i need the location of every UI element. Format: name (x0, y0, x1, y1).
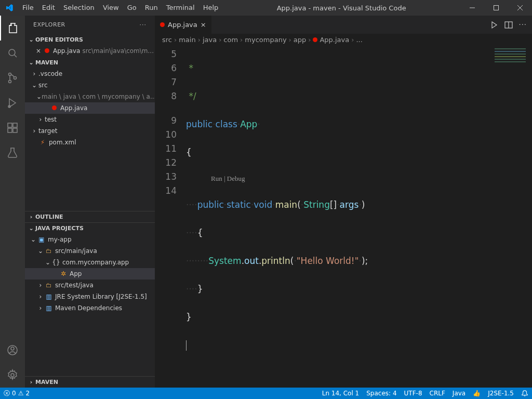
token: } (186, 312, 192, 322)
status-errors[interactable]: ⓧ0⚠2 (0, 388, 33, 399)
minimize-button[interactable] (460, 0, 484, 16)
crumb[interactable]: main (179, 36, 195, 44)
tree-folder[interactable]: ›test (25, 114, 155, 125)
jp-package[interactable]: ⌄{}com.mycompany.app (25, 257, 155, 268)
code-lines[interactable]: * */ public·class·App· { Run | Debug ···… (186, 45, 532, 388)
code-editor[interactable]: 567891011121314 * */ public·class·App· {… (155, 45, 532, 388)
file-path: src\main\java\com\m... (82, 47, 154, 55)
status-spaces[interactable]: Spaces: 4 (363, 388, 400, 399)
token: App (240, 119, 257, 129)
run-debug-icon[interactable] (0, 90, 25, 115)
menu-go[interactable]: Go (123, 0, 141, 16)
token: System (208, 256, 241, 266)
package-folder-icon: 🗀 (45, 247, 53, 255)
maven-section[interactable]: ›MAVEN (25, 376, 155, 388)
more-icon[interactable]: ··· (519, 21, 527, 29)
java-projects-section[interactable]: ⌄JAVA PROJECTS (25, 222, 155, 234)
menu-file[interactable]: File (18, 0, 38, 16)
error-icon (50, 104, 58, 112)
explorer-header: EXPLORER ··· (25, 16, 155, 34)
tree-file-app[interactable]: App.java (25, 102, 155, 114)
jp-maven-deps[interactable]: ›▥Maven Dependencies (25, 302, 155, 314)
accounts-icon[interactable] (0, 338, 25, 363)
crumb[interactable]: ... (356, 36, 362, 44)
crumb[interactable]: mycompany (245, 36, 286, 44)
tree-file-pom[interactable]: ⚡pom.xml (25, 137, 155, 148)
testing-icon[interactable] (0, 140, 25, 165)
svg-rect-1 (494, 6, 499, 10)
tab-app-java[interactable]: App.java × (155, 16, 212, 34)
menu-selection[interactable]: Selection (59, 0, 99, 16)
menu-run[interactable]: Run (141, 0, 162, 16)
status-eol[interactable]: CRLF (426, 388, 449, 399)
crumb[interactable]: src (162, 36, 172, 44)
project-section[interactable]: ⌄MAVEN (25, 57, 155, 68)
source-control-icon[interactable] (0, 65, 25, 90)
minimap[interactable] (495, 45, 526, 74)
jp-root[interactable]: ⌄▣my-app (25, 234, 155, 245)
settings-icon[interactable] (0, 363, 25, 388)
window-controls (460, 0, 532, 16)
run-icon[interactable] (490, 21, 498, 29)
svg-point-16 (11, 347, 14, 350)
menu-view[interactable]: View (99, 0, 123, 16)
crumb[interactable]: java (203, 36, 217, 44)
status-language[interactable]: Java (449, 388, 469, 399)
split-editor-icon[interactable] (504, 21, 513, 29)
section-label: OPEN EDITORS (35, 36, 83, 43)
status-encoding[interactable]: UTF-8 (401, 388, 426, 399)
menu-terminal[interactable]: Terminal (162, 0, 199, 16)
explorer-title: EXPLORER (33, 21, 65, 28)
token: public (186, 119, 212, 129)
tree-folder[interactable]: ›target (25, 125, 155, 137)
tree-folder[interactable]: ⌄src (25, 79, 155, 91)
tree-folder[interactable]: ›.vscode (25, 68, 155, 79)
open-editors-section[interactable]: ⌄OPEN EDITORS (25, 34, 155, 45)
outline-section[interactable]: ›OUTLINE (25, 211, 155, 222)
label: my-app (48, 236, 72, 243)
menu-edit[interactable]: Edit (38, 0, 59, 16)
label: src/test/java (55, 282, 94, 289)
jp-src-test[interactable]: ›🗀src/test/java (25, 280, 155, 291)
activity-bar (0, 16, 25, 388)
close-tab-icon[interactable]: × (201, 21, 206, 29)
maximize-button[interactable] (484, 0, 508, 16)
status-lncol[interactable]: Ln 14, Col 1 (318, 388, 363, 399)
menu-help[interactable]: Help (199, 0, 223, 16)
code-lens[interactable]: Run | Debug (186, 174, 532, 184)
jp-class-app[interactable]: ✲App (25, 268, 155, 280)
status-thumbs-up-icon[interactable]: 👍 (469, 388, 484, 399)
search-icon[interactable] (0, 41, 25, 65)
chevron-down-icon: ⌄ (27, 59, 35, 66)
svg-rect-11 (8, 128, 12, 132)
folder-label: test (45, 116, 57, 123)
tree-folder[interactable]: ⌄main \ java \ com \ mycompany \ a... (25, 91, 155, 102)
status-bell-icon[interactable] (517, 388, 532, 399)
token: } (197, 284, 203, 294)
warning-count-icon: ⚠ (18, 390, 24, 397)
svg-rect-13 (13, 123, 17, 127)
open-editor-item[interactable]: × App.java src\main\java\com\m... (25, 45, 155, 57)
chevron-right-icon: › (27, 214, 35, 220)
jp-jre[interactable]: ›▥JRE System Library [J2SE-1.5] (25, 291, 155, 302)
more-icon[interactable]: ··· (140, 21, 147, 28)
file-name: App.java (53, 47, 80, 55)
crumb[interactable]: app (294, 36, 306, 44)
close-button[interactable] (508, 0, 532, 16)
explorer-icon[interactable] (0, 16, 25, 41)
close-icon[interactable]: × (34, 47, 43, 55)
crumb[interactable]: com (223, 36, 238, 44)
library-icon: ▥ (45, 304, 53, 312)
chevron-right-icon: › (36, 304, 45, 312)
breadcrumbs[interactable]: src› main› java› com› mycompany› app› Ap… (155, 34, 532, 45)
svg-point-17 (11, 374, 14, 377)
status-jdk[interactable]: J2SE-1.5 (484, 388, 517, 399)
jp-src-main[interactable]: ⌄🗀src/main/java (25, 245, 155, 257)
file-tree: ›.vscode ⌄src ⌄main \ java \ com \ mycom… (25, 68, 155, 148)
vscode-logo-icon (0, 4, 18, 12)
extensions-icon[interactable] (0, 115, 25, 140)
crumb[interactable]: App.java (320, 36, 349, 44)
folder-label: src (38, 82, 48, 89)
chevron-right-icon: › (36, 293, 45, 300)
error-icon (160, 21, 165, 29)
